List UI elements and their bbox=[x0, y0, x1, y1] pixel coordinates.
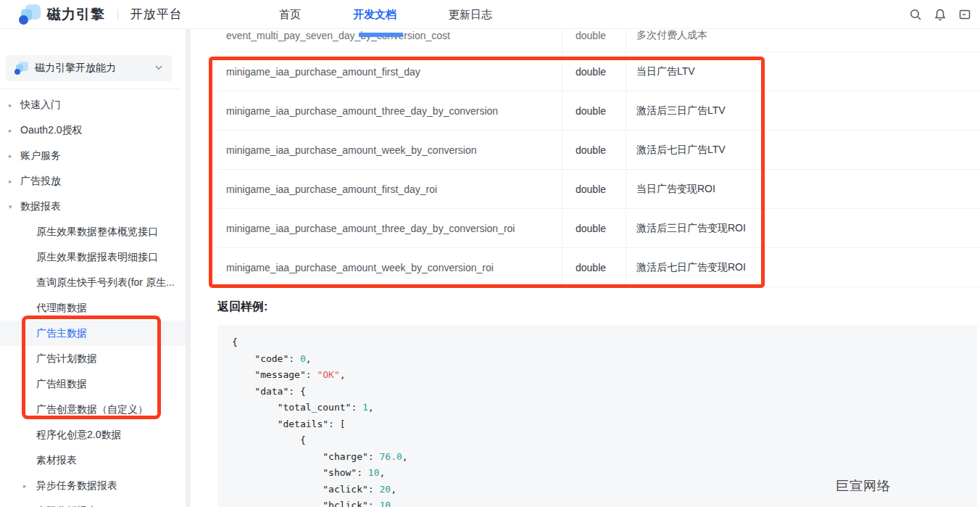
fields-table-body: minigame_iaa_purchase_amount_first_daydo… bbox=[217, 52, 980, 287]
field-name-cell: minigame_iaa_purchase_amount_three_day_b… bbox=[217, 105, 562, 117]
field-type-cell: double bbox=[562, 91, 626, 130]
sidebar-item[interactable]: 原生效果数据整体概览接口 bbox=[0, 219, 186, 244]
field-desc-cell: 激活后七日广告LTV bbox=[626, 131, 980, 169]
capability-selector-label: 磁力引擎开放能力 bbox=[35, 62, 154, 75]
code-line: "total_count": 1, bbox=[232, 400, 977, 416]
sidebar-item-label: 人群分析报表 bbox=[36, 505, 97, 507]
field-name-cell: minigame_iaa_purchase_amount_first_day bbox=[217, 66, 562, 78]
sidebar-item[interactable]: 素材报表 bbox=[0, 448, 186, 473]
watermark-text: 巨宣网络 bbox=[836, 477, 891, 495]
header-nav: 首页开发文档更新日志 bbox=[279, 0, 492, 29]
main-content: event_multi_pay_seven_day_by_conversion_… bbox=[191, 29, 980, 507]
bell-icon[interactable] bbox=[934, 8, 947, 21]
table-row: minigame_iaa_purchase_amount_first_day_r… bbox=[217, 170, 980, 209]
text-selection-highlight bbox=[359, 33, 403, 37]
code-line: "message": "OK", bbox=[232, 367, 977, 384]
field-desc-cell: 多次付费人成本 bbox=[626, 29, 980, 51]
brand-suffix: 开放平台 bbox=[130, 6, 183, 22]
sidebar-item-label: 程序化创意2.0数据 bbox=[36, 429, 121, 442]
field-type-cell: double bbox=[562, 131, 626, 169]
field-type-cell: double bbox=[562, 52, 626, 91]
magnet-engine-logo-icon bbox=[19, 4, 41, 25]
chevron-right-icon: ▸ bbox=[9, 152, 12, 160]
chevron-right-icon: ▸ bbox=[23, 482, 27, 490]
sidebar-item[interactable]: ▾数据报表 bbox=[0, 194, 186, 219]
brand-name: 磁力引擎 bbox=[47, 5, 105, 24]
code-line: "charge": 76.0, bbox=[232, 449, 977, 466]
sidebar-item-label: 快速入门 bbox=[20, 99, 61, 112]
sidebar-item[interactable]: 广告主数据 bbox=[0, 321, 186, 346]
sidebar-item[interactable]: 查询原生快手号列表(for 原生... bbox=[0, 270, 186, 295]
field-type-cell: double bbox=[562, 29, 626, 51]
sidebar-item-label: 广告投放 bbox=[20, 175, 61, 188]
message-icon[interactable] bbox=[958, 8, 971, 21]
field-type-cell: double bbox=[562, 209, 626, 247]
chevron-down-icon bbox=[154, 62, 163, 75]
brand-divider: ｜ bbox=[112, 7, 123, 21]
sidebar-item-label: 查询原生快手号列表(for 原生... bbox=[36, 276, 175, 289]
sidebar-item[interactable]: ▸Oauth2.0授权 bbox=[0, 118, 186, 143]
sidebar-item[interactable]: 程序化创意2.0数据 bbox=[0, 422, 186, 448]
code-line: { bbox=[232, 334, 977, 351]
nav-item[interactable]: 开发文档 bbox=[353, 8, 396, 22]
chevron-down-icon: ▾ bbox=[9, 203, 12, 210]
top-header: 磁力引擎 ｜ 开放平台 首页开发文档更新日志 bbox=[0, 0, 980, 29]
sidebar-item-label: 广告创意数据（自定义） bbox=[36, 403, 148, 416]
magnet-engine-mini-logo-icon bbox=[14, 62, 28, 75]
sidebar-item[interactable]: ▸异步任务数据报表 bbox=[0, 473, 186, 498]
sidebar-item[interactable]: 广告创意数据（自定义） bbox=[0, 397, 186, 422]
code-line: { bbox=[232, 432, 977, 449]
sidebar-item-label: 账户服务 bbox=[20, 149, 61, 162]
sidebar-item[interactable]: ▸账户服务 bbox=[0, 143, 186, 168]
sidebar-item-label: 广告组数据 bbox=[36, 378, 87, 391]
sidebar-item-label: 广告主数据 bbox=[36, 327, 87, 340]
sidebar-item-label: 异步任务数据报表 bbox=[36, 479, 117, 492]
sidebar-item-label: 代理商数据 bbox=[36, 302, 87, 315]
sidebar-item-label: Oauth2.0授权 bbox=[20, 124, 83, 137]
capability-selector[interactable]: 磁力引擎开放能力 bbox=[6, 55, 172, 81]
sidebar-item[interactable]: 代理商数据 bbox=[0, 295, 186, 321]
table-row: minigame_iaa_purchase_amount_first_daydo… bbox=[217, 52, 980, 91]
table-row: minigame_iaa_purchase_amount_three_day_b… bbox=[217, 91, 980, 131]
search-icon[interactable] bbox=[909, 8, 922, 21]
field-desc-cell: 当日广告变现ROI bbox=[626, 170, 980, 208]
sidebar: 磁力引擎开放能力 ▸快速入门▸Oauth2.0授权▸账户服务▸广告投放▾数据报表… bbox=[0, 29, 186, 507]
field-desc-cell: 激活后三日广告LTV bbox=[626, 91, 980, 130]
code-line: "data": { bbox=[232, 384, 977, 400]
field-type-cell: double bbox=[562, 170, 626, 208]
field-name-cell: minigame_iaa_purchase_amount_first_day_r… bbox=[217, 184, 562, 195]
sidebar-item-label: 原生效果数据整体概览接口 bbox=[36, 226, 158, 239]
sidebar-item-label: 广告计划数据 bbox=[36, 353, 97, 366]
sidebar-item[interactable]: 广告计划数据 bbox=[0, 346, 186, 371]
sidebar-item[interactable]: ▸快速入门 bbox=[0, 92, 186, 118]
chevron-right-icon: ▸ bbox=[9, 102, 12, 109]
sidebar-item-label: 原生效果数据报表明细接口 bbox=[36, 251, 158, 264]
field-name-cell: minigame_iaa_purchase_amount_three_day_b… bbox=[217, 223, 562, 234]
sidebar-item[interactable]: ▸广告投放 bbox=[0, 168, 186, 194]
table-row: minigame_iaa_purchase_amount_three_day_b… bbox=[217, 209, 980, 248]
table-row: minigame_iaa_purchase_amount_week_by_con… bbox=[217, 248, 980, 287]
sidebar-item-label: 素材报表 bbox=[36, 454, 77, 467]
field-desc-cell: 激活后三日广告变现ROI bbox=[626, 209, 980, 247]
field-desc-cell: 当日广告LTV bbox=[626, 52, 980, 91]
code-line: "details": [ bbox=[232, 416, 977, 433]
sidebar-item[interactable]: 人群分析报表 bbox=[0, 498, 186, 507]
brand[interactable]: 磁力引擎 ｜ 开放平台 bbox=[19, 4, 183, 25]
field-desc-cell: 激活后七日广告变现ROI bbox=[626, 248, 980, 287]
nav-item[interactable]: 更新日志 bbox=[449, 8, 492, 22]
sidebar-menu: ▸快速入门▸Oauth2.0授权▸账户服务▸广告投放▾数据报表原生效果数据整体概… bbox=[0, 89, 186, 507]
nav-item[interactable]: 首页 bbox=[279, 8, 301, 22]
field-name-cell: minigame_iaa_purchase_amount_week_by_con… bbox=[217, 262, 562, 273]
table-row-clipped: event_multi_pay_seven_day_by_conversion_… bbox=[217, 29, 980, 52]
table-row: minigame_iaa_purchase_amount_week_by_con… bbox=[217, 131, 980, 170]
sidebar-item[interactable]: 广告组数据 bbox=[0, 371, 186, 397]
code-line: "bclick": 10, bbox=[232, 498, 977, 507]
sidebar-gutter bbox=[186, 29, 191, 507]
code-line: "code": 0, bbox=[232, 351, 977, 368]
header-icons bbox=[909, 0, 971, 29]
sidebar-item[interactable]: 原生效果数据报表明细接口 bbox=[0, 244, 186, 270]
field-name-cell: minigame_iaa_purchase_amount_week_by_con… bbox=[217, 144, 562, 156]
sidebar-item-label: 数据报表 bbox=[20, 200, 61, 213]
chevron-right-icon: ▸ bbox=[9, 178, 12, 185]
sample-response-heading: 返回样例: bbox=[217, 300, 980, 315]
